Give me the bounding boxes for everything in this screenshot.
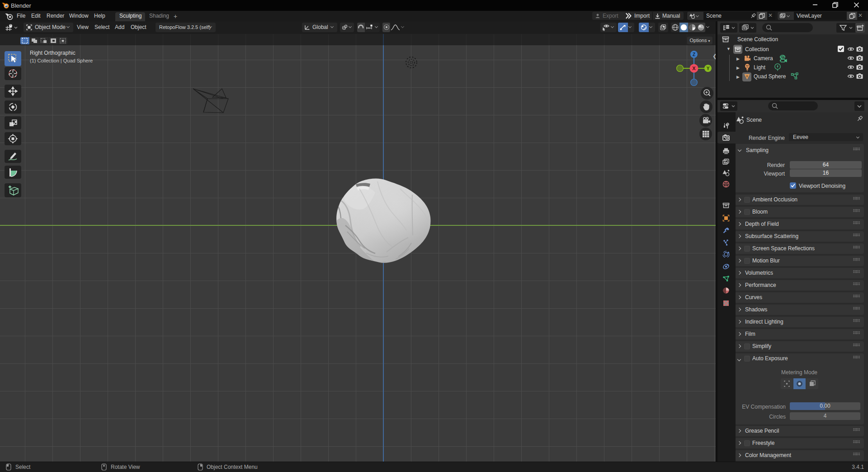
svg-text:Y: Y — [707, 66, 710, 71]
svg-text:X: X — [692, 66, 696, 71]
svg-text:Z: Z — [693, 52, 695, 57]
